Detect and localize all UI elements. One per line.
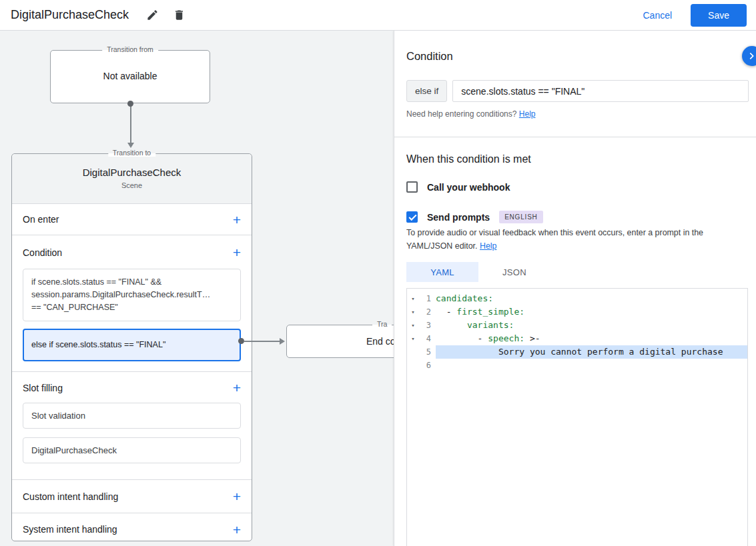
system-intent-row: System intent handling + xyxy=(12,513,252,545)
editor-line[interactable]: 5 Sorry you cannot perform a digital pur… xyxy=(407,345,747,359)
end-node-label: Tra xyxy=(372,320,392,328)
condition-expression-row: else if xyxy=(406,80,749,102)
arrow-down-icon xyxy=(127,143,134,148)
on-enter-row: On enter + xyxy=(12,204,252,235)
connector-dot-condition xyxy=(238,338,244,344)
code-line: Sorry you cannot perform a digital purch… xyxy=(436,345,747,359)
prompt-hint-text: To provide audio or visual feedback when… xyxy=(406,228,703,251)
conditions-help-line: Need help entering conditions? Help xyxy=(406,109,535,119)
code-line: - speech: >- xyxy=(436,332,747,345)
connector-line-horizontal xyxy=(244,341,280,342)
fold-arrow-icon[interactable]: ▾ xyxy=(407,305,419,319)
save-button[interactable]: Save xyxy=(691,4,747,27)
custom-intent-row: Custom intent handling + xyxy=(12,480,252,513)
end-node-value: End co xyxy=(366,336,396,347)
add-condition-button[interactable]: + xyxy=(233,245,241,259)
fold-arrow-icon[interactable]: ▾ xyxy=(407,319,419,332)
slot-filling-section: Slot filling + Slot validation DigitalPu… xyxy=(12,372,252,480)
collapse-panel-button[interactable] xyxy=(742,46,756,66)
scene-name: DigitalPurchaseCheck xyxy=(12,167,252,178)
prompt-hint-help-link[interactable]: Help xyxy=(480,241,496,251)
transition-from-node[interactable]: Transition from Not available xyxy=(50,50,210,103)
fold-arrow-icon[interactable]: ▾ xyxy=(407,292,419,305)
panel-divider xyxy=(394,137,756,137)
condition-1-line: == "CAN_PURCHASE" xyxy=(31,301,232,314)
webhook-row: Call your webhook xyxy=(406,181,510,193)
prompt-hint: To provide audio or visual feedback when… xyxy=(406,227,745,253)
condition-1-line: session.params.DigitalPurchaseCheck.resu… xyxy=(31,289,232,301)
add-on-enter-button[interactable]: + xyxy=(233,213,241,227)
webhook-label: Call your webhook xyxy=(427,182,510,193)
arrow-right-icon xyxy=(280,338,285,345)
edit-title-button[interactable] xyxy=(143,7,161,24)
line-number: 6 xyxy=(419,359,436,372)
send-prompts-label: Send prompts xyxy=(427,212,490,223)
line-number: 1 xyxy=(419,292,436,305)
scene-editor-app: DigitalPurchaseCheck Cancel Save Transit… xyxy=(0,0,756,546)
send-prompts-checkbox[interactable] xyxy=(406,211,418,223)
transition-from-value: Not available xyxy=(51,71,210,81)
end-conversation-node[interactable]: Tra End co xyxy=(286,325,406,358)
yaml-editor[interactable]: ▾1candidates:▾2 - first_simple:▾3 varian… xyxy=(406,288,748,546)
send-prompts-row: Send prompts ENGLISH xyxy=(406,211,543,223)
line-number: 4 xyxy=(419,332,436,345)
connector-line-vertical xyxy=(130,106,131,143)
conditions-help-link[interactable]: Help xyxy=(519,109,536,119)
delete-scene-button[interactable] xyxy=(170,7,187,24)
code-line xyxy=(436,359,747,372)
slot-item-digitalpurchasecheck[interactable]: DigitalPurchaseCheck xyxy=(23,437,241,463)
condition-1-line: if scene.slots.status == "FINAL" && xyxy=(31,276,232,289)
system-intent-label: System intent handling xyxy=(23,524,117,535)
condition-detail-panel: Condition else if Need help entering con… xyxy=(394,31,756,546)
on-enter-label: On enter xyxy=(23,214,59,225)
code-line: - first_simple: xyxy=(436,305,747,319)
condition-met-heading: When this condition is met xyxy=(406,153,531,165)
scene-type: Scene xyxy=(12,181,252,189)
scene-card-header: DigitalPurchaseCheck Scene xyxy=(12,154,252,204)
editor-line[interactable]: ▾4 - speech: >- xyxy=(407,332,747,345)
panel-title: Condition xyxy=(406,50,453,63)
editor-line[interactable]: ▾2 - first_simple: xyxy=(407,305,747,319)
condition-item-1[interactable]: if scene.slots.status == "FINAL" && sess… xyxy=(23,269,241,321)
page-title: DigitalPurchaseCheck xyxy=(11,8,129,22)
add-system-intent-button[interactable]: + xyxy=(233,523,241,537)
language-badge: ENGLISH xyxy=(499,211,543,223)
fold-arrow-icon[interactable]: ▾ xyxy=(407,332,419,345)
code-line: variants: xyxy=(436,319,747,332)
editor-format-tabs: YAML JSON xyxy=(406,262,550,282)
condition-section: Condition + if scene.slots.status == "FI… xyxy=(12,235,252,372)
connector-dot-top xyxy=(127,101,133,107)
code-line: candidates: xyxy=(436,292,747,305)
transition-to-label: Transition to xyxy=(108,149,155,157)
line-number: 2 xyxy=(419,305,436,319)
transition-from-label: Transition from xyxy=(102,45,158,53)
top-bar: DigitalPurchaseCheck Cancel Save xyxy=(0,0,756,31)
fold-spacer xyxy=(407,345,419,359)
add-slot-button[interactable]: + xyxy=(233,381,241,395)
custom-intent-label: Custom intent handling xyxy=(23,491,118,502)
tab-json[interactable]: JSON xyxy=(478,262,550,282)
scene-card: Transition to DigitalPurchaseCheck Scene… xyxy=(11,153,252,541)
editor-line[interactable]: ▾1candidates: xyxy=(407,292,747,305)
editor-line[interactable]: 6 xyxy=(407,359,747,372)
yaml-editor-lines: ▾1candidates:▾2 - first_simple:▾3 varian… xyxy=(407,292,747,372)
tab-yaml[interactable]: YAML xyxy=(406,262,478,282)
fold-spacer xyxy=(407,359,419,372)
cancel-button[interactable]: Cancel xyxy=(643,10,672,21)
editor-line[interactable]: ▾3 variants: xyxy=(407,319,747,332)
conditions-help-text: Need help entering conditions? xyxy=(406,109,516,119)
slot-filling-head: Slot filling + xyxy=(12,372,252,403)
condition-expression-input[interactable] xyxy=(452,80,749,102)
condition-item-2-selected[interactable]: else if scene.slots.status == "FINAL" xyxy=(23,329,241,361)
else-if-chip: else if xyxy=(406,80,447,102)
pencil-icon xyxy=(146,9,159,21)
webhook-checkbox[interactable] xyxy=(406,181,418,193)
slot-item-validation[interactable]: Slot validation xyxy=(23,403,241,429)
line-number: 3 xyxy=(419,319,436,332)
slot-filling-label: Slot filling xyxy=(23,383,63,393)
condition-section-label: Condition xyxy=(23,247,62,258)
line-number: 5 xyxy=(419,345,436,359)
trash-icon xyxy=(173,9,185,21)
add-custom-intent-button[interactable]: + xyxy=(233,489,241,503)
condition-section-head: Condition + xyxy=(12,235,252,269)
